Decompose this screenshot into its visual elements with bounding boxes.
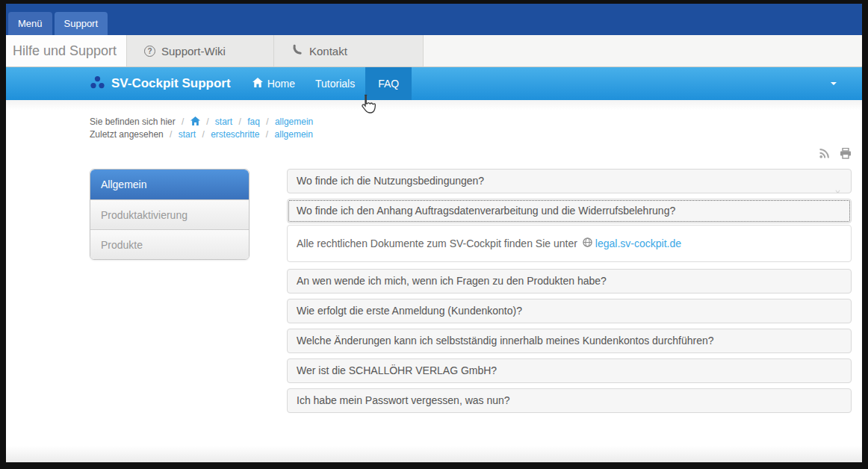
sidebar-item-allgemein[interactable]: Allgemein: [90, 170, 249, 199]
brand-label: SV-Cockpit Support: [111, 76, 231, 91]
breadcrumb-link-start[interactable]: start: [215, 117, 232, 127]
page: Menü Support Hilfe und Support ? Support…: [6, 4, 862, 462]
support-wiki-label: Support-Wiki: [161, 45, 226, 58]
breadcrumb-here-row: Sie befinden sich hier / / start / faq /…: [90, 116, 852, 128]
mouse-cursor: [357, 94, 378, 122]
breadcrumb: Sie befinden sich hier / / start / faq /…: [90, 100, 852, 141]
faq-answer: Alle rechtlichen Dokumente zum SV-Cockpi…: [287, 225, 852, 262]
top-menu-bar: Menü Support: [6, 4, 862, 35]
print-icon[interactable]: [840, 148, 852, 159]
faq-question[interactable]: An wen wende ich mich, wenn ich Fragen z…: [287, 269, 852, 293]
page-tools: [90, 148, 852, 160]
faq-question[interactable]: Wie erfolgt die erste Anmeldung (Kundenk…: [287, 299, 852, 323]
tab-support[interactable]: Support: [55, 12, 108, 35]
recent-link-start[interactable]: start: [179, 129, 196, 140]
recent-link-allgemein[interactable]: allgemein: [275, 129, 313, 140]
faq-list: Wo finde ich die Nutzungsbedingungen? Wo…: [287, 169, 852, 418]
breadcrumb-recent-row: Zuletzt angesehen / start / ersteschritt…: [90, 128, 852, 141]
faq-answer-text: Alle rechtlichen Dokumente zum SV-Cockpi…: [297, 237, 577, 249]
navbar-brand[interactable]: SV-Cockpit Support: [90, 75, 231, 93]
rss-icon[interactable]: [819, 148, 830, 159]
main-navbar: SV-Cockpit Support Home Tutorials FAQ: [6, 67, 862, 100]
tab-support-wiki[interactable]: ? Support-Wiki: [127, 35, 274, 66]
sidebar-item-produkte[interactable]: Produkte: [90, 229, 249, 259]
tab-kontakt[interactable]: Kontakt: [274, 35, 424, 66]
sidebar-item-produktaktivierung[interactable]: Produktaktivierung: [90, 199, 249, 229]
content-area: Sie befinden sich hier / / start / faq /…: [6, 100, 862, 462]
site-title[interactable]: Hilfe und Support: [6, 35, 127, 66]
legal-link[interactable]: legal.sv-cockpit.de: [595, 237, 681, 249]
footer-fade: [6, 446, 862, 462]
breadcrumb-link-faq[interactable]: faq: [247, 117, 260, 127]
question-circle-icon: ?: [144, 46, 155, 57]
faq-question[interactable]: Wo finde ich den Anhang Auftragsdatenver…: [287, 199, 852, 223]
collapse-indicator-icon: [835, 179, 840, 193]
breadcrumb-recent-label: Zuletzt angesehen: [90, 129, 164, 140]
nav-home-label: Home: [267, 78, 295, 90]
home-icon: [252, 78, 263, 90]
phone-icon: [291, 44, 303, 58]
recent-link-ersteschritte[interactable]: ersteschritte: [211, 129, 259, 140]
faq-question[interactable]: Wo finde ich die Nutzungsbedingungen?: [287, 169, 852, 193]
globe-icon: [583, 237, 592, 249]
breadcrumb-home-icon[interactable]: [190, 117, 202, 128]
chevron-down-icon[interactable]: [831, 82, 837, 85]
breadcrumb-link-allgemein[interactable]: allgemein: [275, 117, 313, 127]
faq-question[interactable]: Wer ist die SCHALLÖHR VERLAG GmbH?: [287, 358, 852, 383]
kontakt-label: Kontakt: [309, 45, 347, 58]
nav-tutorials[interactable]: Tutorials: [315, 78, 355, 90]
window-frame: Menü Support Hilfe und Support ? Support…: [0, 0, 868, 469]
faq-question[interactable]: Welche Änderungen kann ich selbstständig…: [287, 329, 852, 353]
tab-menu[interactable]: Menü: [8, 12, 52, 35]
breadcrumb-here-label: Sie befinden sich hier: [90, 117, 176, 127]
header-row: Hilfe und Support ? Support-Wiki Kontakt: [6, 35, 862, 67]
cluster-logo-icon: [90, 75, 105, 93]
nav-home[interactable]: Home: [252, 78, 295, 90]
faq-question[interactable]: Ich habe mein Passwort vergessen, was nu…: [287, 388, 852, 413]
faq-category-sidebar: Allgemein Produktaktivierung Produkte: [90, 169, 249, 260]
